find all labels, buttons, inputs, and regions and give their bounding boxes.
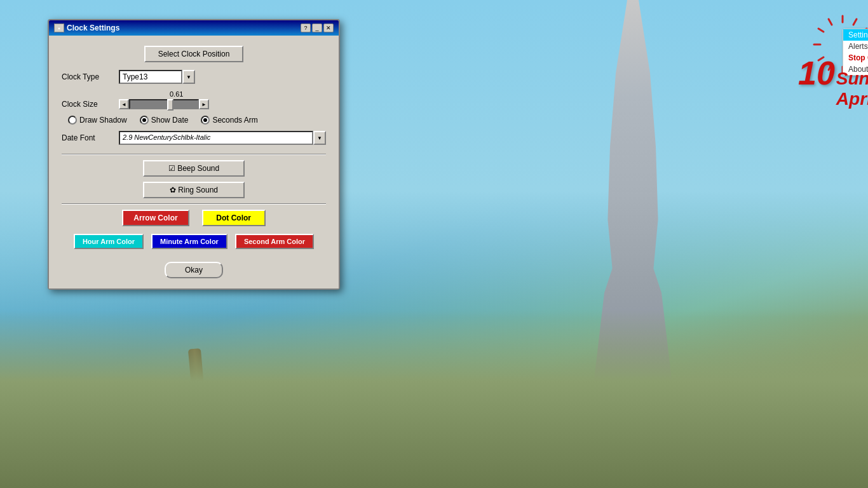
show-date-radio[interactable] <box>140 116 149 125</box>
close-button[interactable]: ✕ <box>323 24 334 32</box>
draw-shadow-label: Draw Shadow <box>79 116 127 125</box>
show-date-label: Show Date <box>151 116 189 125</box>
clock-size-row: Clock Size ◄ ► <box>62 99 326 109</box>
clock-day-name: Sun <box>836 69 868 89</box>
clock-month: April <box>836 89 868 109</box>
okay-button[interactable]: Okay <box>165 262 223 278</box>
dot-color-button[interactable]: Dot Color <box>202 210 266 226</box>
help-button[interactable]: ? <box>301 24 311 32</box>
arrow-color-button[interactable]: Arrow Color <box>122 210 189 226</box>
ground <box>0 310 868 488</box>
dialog-title: Clock Settings <box>67 24 119 32</box>
date-font-row: Date Font 2.9 NewCenturySchlbk-Italic ▼ <box>62 131 326 145</box>
draw-shadow-radio[interactable] <box>68 116 77 125</box>
slider-left-arrow[interactable]: ◄ <box>119 99 129 109</box>
clock-type-dropdown-arrow[interactable]: ▼ <box>182 70 195 84</box>
hour-arm-color-button[interactable]: Hour Arm Color <box>74 234 144 249</box>
svg-line-10 <box>829 19 832 25</box>
options-row: Draw Shadow Show Date Seconds Arm <box>68 116 326 125</box>
menu-item-alerts[interactable]: Alerts, <box>843 41 868 52</box>
clock-date-display: 10 Sun April <box>798 54 868 109</box>
slider-right-arrow[interactable]: ► <box>199 99 209 109</box>
menu-item-settings[interactable]: Settings <box>843 29 868 41</box>
date-font-input[interactable]: 2.9 NewCenturySchlbk-Italic <box>119 131 313 145</box>
color-buttons-row: Arrow Color Dot Color <box>62 210 326 226</box>
seconds-arm-option[interactable]: Seconds Arm <box>201 116 257 125</box>
seconds-arm-radio[interactable] <box>201 116 210 125</box>
date-font-label: Date Font <box>62 133 119 142</box>
beep-sound-icon: ☑ <box>168 164 177 173</box>
select-clock-position-button[interactable]: Select Clock Position <box>144 46 244 62</box>
svg-line-9 <box>818 29 824 32</box>
clock-settings-dialog: ▪ Clock Settings ? _ ✕ Select Clock Posi… <box>48 19 340 290</box>
dialog-system-menu[interactable]: ▪ <box>54 24 64 32</box>
minimize-button[interactable]: _ <box>312 24 322 32</box>
seconds-arm-label: Seconds Arm <box>212 116 257 125</box>
minute-arm-color-button[interactable]: Minute Arm Color <box>151 234 227 249</box>
clock-type-select-box: Type13 ▼ <box>119 70 195 84</box>
seconds-arm-dot <box>203 118 207 122</box>
slider-thumb[interactable] <box>167 99 173 111</box>
svg-line-1 <box>853 19 857 25</box>
date-font-select-box: 2.9 NewCenturySchlbk-Italic ▼ <box>119 131 326 145</box>
divider-2 <box>62 203 326 205</box>
clock-size-slider[interactable] <box>129 99 199 109</box>
clock-type-row: Clock Type Type13 ▼ <box>62 70 326 84</box>
ring-sound-icon: ✿ <box>170 186 178 194</box>
show-date-dot <box>142 118 146 122</box>
second-arm-color-button[interactable]: Second Arm Color <box>235 234 314 249</box>
show-date-option[interactable]: Show Date <box>140 116 189 125</box>
ring-sound-button[interactable]: ✿ Ring Sound <box>143 182 245 198</box>
clock-type-label: Clock Type <box>62 72 119 81</box>
arm-color-buttons-row: Hour Arm Color Minute Arm Color Second A… <box>62 234 326 249</box>
clock-size-label: Clock Size <box>62 100 119 109</box>
beep-sound-label: Beep Sound <box>177 164 219 173</box>
clock-size-value: 0.61 <box>170 90 183 98</box>
dialog-titlebar: ▪ Clock Settings ? _ ✕ <box>49 20 339 36</box>
divider-1 <box>62 154 326 155</box>
clock-type-input[interactable]: Type13 <box>119 70 182 84</box>
title-buttons: ? _ ✕ <box>301 24 334 32</box>
clock-size-value-row: 0.61 <box>62 90 326 98</box>
draw-shadow-option[interactable]: Draw Shadow <box>68 116 127 125</box>
clock-size-section: 0.61 Clock Size ◄ ► <box>62 90 326 109</box>
ring-sound-label: Ring Sound <box>178 186 218 194</box>
dialog-content: Select Clock Position Clock Type Type13 … <box>49 36 339 288</box>
clock-day-info: Sun April <box>836 69 868 109</box>
clock-day-number: 10 <box>798 54 835 92</box>
date-font-dropdown-arrow[interactable]: ▼ <box>313 131 326 145</box>
beep-sound-button[interactable]: ☑ Beep Sound <box>143 160 245 177</box>
